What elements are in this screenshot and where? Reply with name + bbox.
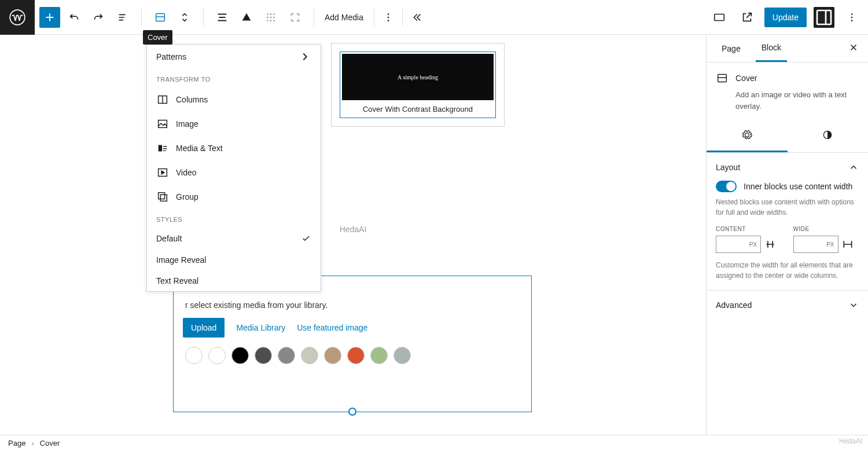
watermark: HedaAI — [839, 437, 862, 445]
resize-handle[interactable] — [348, 408, 356, 416]
advanced-panel-header[interactable]: Advanced — [716, 300, 859, 310]
transform-popover: Patterns TRANSFORM TO Columns Image Medi… — [146, 44, 321, 292]
color-swatch-3[interactable] — [255, 347, 272, 364]
styles-icon — [822, 129, 833, 141]
align-button[interactable] — [212, 7, 233, 28]
content-width-label: CONTENT — [716, 226, 782, 232]
transform-video[interactable]: Video — [147, 160, 321, 185]
transform-columns[interactable]: Columns — [147, 87, 321, 112]
check-icon — [301, 233, 311, 244]
cover-tooltip: Cover — [143, 30, 172, 45]
svg-point-3 — [270, 13, 272, 15]
position-button[interactable] — [260, 7, 281, 28]
svg-rect-24 — [160, 195, 167, 201]
media-library-button[interactable]: Media Library — [236, 323, 285, 332]
svg-point-2 — [267, 13, 269, 15]
list-view-button[interactable] — [112, 7, 133, 28]
close-sidebar-button[interactable] — [848, 42, 859, 54]
wide-width-label: WIDE — [793, 226, 859, 232]
undo-button[interactable] — [64, 7, 84, 28]
subtab-styles[interactable] — [788, 121, 869, 152]
transform-group[interactable]: Group — [147, 185, 321, 209]
block-inserter-button[interactable] — [39, 7, 60, 28]
fullheight-button[interactable] — [285, 7, 306, 28]
color-swatch-8[interactable] — [370, 347, 388, 364]
cover-icon — [716, 72, 729, 85]
subtab-settings[interactable] — [707, 121, 788, 152]
transform-media-text[interactable]: Media & Text — [147, 136, 321, 160]
patterns-menu-item[interactable]: Patterns — [147, 45, 321, 69]
cover-block[interactable]: r select existing media from your librar… — [173, 276, 532, 412]
svg-rect-15 — [817, 10, 831, 24]
color-swatch-5[interactable] — [301, 347, 318, 364]
breadcrumb-cover[interactable]: Cover — [40, 439, 60, 448]
svg-point-17 — [851, 16, 853, 18]
width-note: Customize the width for all elements tha… — [716, 260, 859, 281]
color-swatch-0[interactable] — [185, 347, 203, 364]
layout-note: Nested blocks use content width with opt… — [716, 197, 859, 218]
collapse-toolbar-button[interactable] — [406, 7, 427, 28]
settings-sidebar-toggle[interactable] — [814, 7, 834, 28]
svg-point-10 — [273, 20, 275, 21]
page-title-placeholder[interactable]: HedaAI — [340, 225, 367, 234]
color-swatch-6[interactable] — [324, 347, 341, 364]
block-breadcrumb: Page › Cover — [0, 435, 868, 451]
duotone-button[interactable] — [236, 7, 257, 28]
preview-button[interactable] — [709, 7, 730, 28]
wide-width-input[interactable]: PX — [793, 236, 838, 253]
style-text-reveal[interactable]: Text Reveal — [147, 270, 321, 291]
style-default[interactable]: Default — [147, 228, 321, 250]
content-width-input[interactable]: PX — [716, 236, 761, 253]
media-text-icon — [156, 142, 169, 155]
svg-point-0 — [10, 10, 25, 25]
block-options-button[interactable] — [378, 7, 399, 28]
svg-rect-25 — [718, 75, 727, 82]
svg-point-4 — [273, 13, 275, 15]
use-featured-image-button[interactable]: Use featured image — [297, 323, 367, 332]
pattern-label: Cover With Contrast Background — [342, 100, 494, 116]
wordpress-icon — [9, 9, 25, 25]
pattern-thumbnail: A simple heading — [342, 54, 494, 100]
chevron-up-icon — [848, 162, 859, 173]
chevron-right-icon — [299, 50, 311, 63]
style-image-reveal[interactable]: Image Reveal — [147, 250, 321, 270]
video-icon — [156, 166, 169, 179]
transform-to-header: TRANSFORM TO — [147, 69, 321, 87]
columns-icon — [156, 93, 169, 106]
move-block-button[interactable] — [174, 7, 195, 28]
color-swatch-9[interactable] — [393, 347, 411, 364]
tab-page[interactable]: Page — [716, 36, 746, 61]
wide-width-icon — [842, 239, 854, 250]
upload-button[interactable]: Upload — [183, 318, 225, 338]
color-swatch-2[interactable] — [231, 347, 249, 364]
color-swatch-4[interactable] — [278, 347, 295, 364]
cover-placeholder-text: r select existing media from your librar… — [185, 300, 520, 310]
pattern-card[interactable]: A simple heading Cover With Contrast Bac… — [340, 52, 496, 118]
wp-logo[interactable] — [0, 0, 35, 35]
svg-point-18 — [851, 20, 853, 21]
svg-point-12 — [388, 16, 389, 18]
color-swatch-7[interactable] — [347, 347, 365, 364]
svg-point-11 — [388, 13, 389, 15]
color-swatch-1[interactable] — [208, 347, 226, 364]
block-description: Add an image or video with a text overla… — [735, 89, 859, 112]
layout-panel-header[interactable]: Layout — [716, 162, 859, 173]
content-width-icon — [764, 239, 776, 250]
redo-button[interactable] — [88, 7, 109, 28]
svg-point-9 — [270, 20, 272, 21]
breadcrumb-page[interactable]: Page — [8, 439, 25, 448]
svg-rect-21 — [159, 145, 162, 152]
tab-block[interactable]: Block — [756, 35, 787, 62]
transform-image[interactable]: Image — [147, 112, 321, 136]
content-width-toggle[interactable] — [716, 181, 737, 192]
toggle-label: Inner blocks use content width — [744, 182, 852, 191]
view-page-button[interactable] — [737, 7, 757, 28]
update-button[interactable]: Update — [764, 8, 807, 27]
svg-point-16 — [851, 13, 853, 15]
cover-block-icon-button[interactable] — [150, 7, 171, 28]
svg-point-13 — [388, 20, 389, 21]
add-media-button[interactable]: Add Media — [318, 7, 370, 28]
svg-point-5 — [267, 16, 269, 18]
more-options-button[interactable] — [841, 7, 862, 28]
gear-icon — [741, 129, 753, 141]
